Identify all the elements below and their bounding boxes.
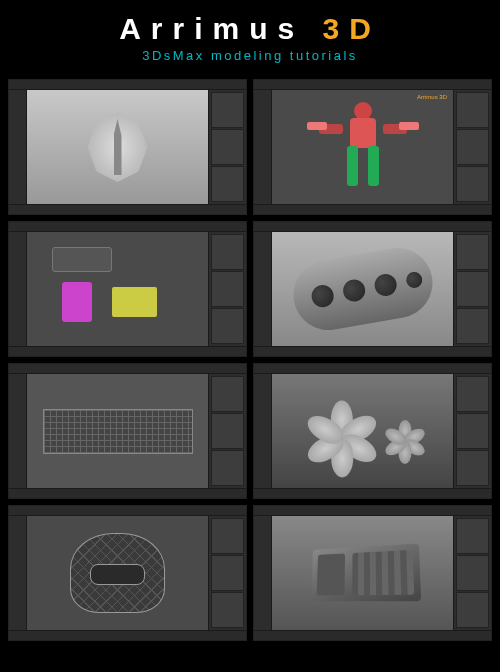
panel-section [456, 592, 489, 628]
app-menubar [9, 506, 246, 516]
app-menubar [9, 222, 246, 232]
thumbnail-character[interactable]: Arrimus 3D [253, 79, 492, 215]
timeline-bar [254, 630, 491, 640]
app-menubar [254, 364, 491, 374]
timeline-bar [254, 488, 491, 498]
panel-section [456, 166, 489, 202]
app-menubar [9, 364, 246, 374]
command-panel [208, 516, 246, 630]
viewport [27, 516, 208, 630]
flower-scene [272, 374, 453, 488]
panel-section [211, 308, 244, 344]
timeline-bar [9, 488, 246, 498]
viewport [27, 374, 208, 488]
panel-section [211, 518, 244, 554]
panel-section [211, 413, 244, 449]
panel-section [456, 376, 489, 412]
hole-indent [404, 271, 423, 290]
thumbnail-rifle[interactable] [8, 363, 247, 499]
timeline-bar [9, 346, 246, 356]
tool-panel-left [9, 516, 27, 630]
helmet-wireframe [70, 533, 165, 613]
viewport [27, 232, 208, 346]
panel-section [456, 413, 489, 449]
hole-indent [309, 283, 334, 308]
viewport [272, 516, 453, 630]
command-panel [208, 90, 246, 204]
timeline-bar [9, 630, 246, 640]
app-menubar [254, 506, 491, 516]
thumbnail-crate[interactable] [253, 505, 492, 641]
panel-section [211, 166, 244, 202]
viewport [27, 90, 208, 204]
tool-panel-left [9, 90, 27, 204]
panel-section [456, 271, 489, 307]
panel-section [211, 376, 244, 412]
thumbnail-holes[interactable] [253, 221, 492, 357]
panel-section [211, 450, 244, 486]
panel-section [211, 234, 244, 270]
panel-section [211, 592, 244, 628]
tool-panel-left [254, 90, 272, 204]
panel-section [456, 234, 489, 270]
command-panel [453, 232, 491, 346]
panel-section [456, 450, 489, 486]
panel-section [211, 92, 244, 128]
hole-indent [341, 278, 366, 303]
title-main: Arrimus [119, 12, 304, 45]
box-primitive [112, 287, 157, 317]
panel-section [456, 555, 489, 591]
timeline-bar [254, 346, 491, 356]
thumbnail-grid: Arrimus 3D [0, 71, 500, 649]
command-panel [208, 374, 246, 488]
watermark-text: Arrimus 3D [417, 94, 447, 100]
page-header: Arrimus 3D 3DsMax modeling tutorials [0, 0, 500, 71]
character-model [333, 102, 393, 192]
thumbnail-shield[interactable] [8, 79, 247, 215]
panel-section [211, 271, 244, 307]
viewport: Arrimus 3D [272, 90, 453, 204]
gun-mesh [52, 247, 112, 272]
panel-section [456, 308, 489, 344]
viewport [272, 374, 453, 488]
cylinder-primitive [62, 282, 92, 322]
tool-panel-left [254, 374, 272, 488]
shield-model [88, 112, 148, 182]
viewport [272, 232, 453, 346]
title-accent: 3D [323, 12, 381, 45]
panel-section [456, 518, 489, 554]
tool-panel-left [254, 516, 272, 630]
flower-small [382, 419, 428, 465]
panel-section [456, 92, 489, 128]
thumbnail-helmet[interactable] [8, 505, 247, 641]
thumbnail-flowers[interactable] [253, 363, 492, 499]
panel-section [456, 129, 489, 165]
primitive-scene [27, 232, 208, 346]
app-menubar [254, 222, 491, 232]
crate-model [311, 543, 421, 601]
tube-model [287, 242, 437, 335]
command-panel [208, 232, 246, 346]
rifle-wireframe [43, 409, 193, 454]
flower-large [302, 399, 382, 479]
thumbnail-primitives[interactable] [8, 221, 247, 357]
command-panel [453, 374, 491, 488]
hole-indent [372, 272, 397, 297]
app-menubar [9, 80, 246, 90]
command-panel [453, 516, 491, 630]
page-subtitle: 3DsMax modeling tutorials [0, 48, 500, 63]
command-panel [453, 90, 491, 204]
app-menubar [254, 80, 491, 90]
tool-panel-left [9, 232, 27, 346]
timeline-bar [9, 204, 246, 214]
tool-panel-left [9, 374, 27, 488]
tool-panel-left [254, 232, 272, 346]
panel-section [211, 129, 244, 165]
panel-section [211, 555, 244, 591]
page-title: Arrimus 3D [0, 12, 500, 46]
timeline-bar [254, 204, 491, 214]
